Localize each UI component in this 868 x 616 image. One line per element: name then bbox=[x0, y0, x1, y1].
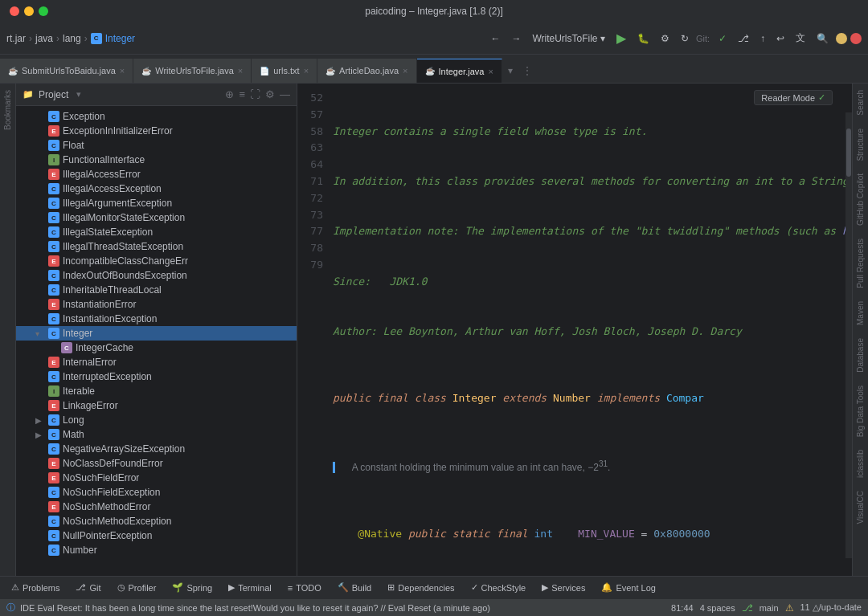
right-panel-iclasslib[interactable]: iclasslib bbox=[854, 443, 867, 484]
bottom-tab-problems[interactable]: ⚠ Problems bbox=[6, 581, 64, 594]
tree-item-nosuchfieldex[interactable]: C NoSuchFieldException bbox=[16, 485, 297, 500]
bottom-tab-eventlog[interactable]: 🔔 Event Log bbox=[596, 581, 661, 594]
reader-mode-btn[interactable]: Reader Mode ✓ bbox=[754, 90, 833, 105]
panel-icon-close[interactable]: — bbox=[280, 88, 290, 100]
tree-item-inheritable[interactable]: C InheritableThreadLocal bbox=[16, 283, 297, 297]
debug-btn[interactable]: 🐛 bbox=[633, 31, 653, 47]
right-panel-structure[interactable]: Structure bbox=[854, 122, 867, 168]
tab-close-2[interactable]: × bbox=[238, 66, 243, 75]
tree-item-illegalthread[interactable]: C IllegalThreadStateException bbox=[16, 239, 297, 254]
git-branch[interactable]: main bbox=[760, 603, 779, 613]
tab-close-3[interactable]: × bbox=[304, 66, 309, 75]
bottom-tab-build[interactable]: 🔨 Build bbox=[333, 581, 376, 594]
run-btn[interactable]: ▶ bbox=[612, 28, 630, 48]
tree-item-indexoutofbounds[interactable]: C IndexOutOfBoundsException bbox=[16, 268, 297, 283]
toolbar-btn-1[interactable]: ⚙ bbox=[657, 31, 674, 47]
tree-item-linkageerror[interactable]: E LinkageError bbox=[16, 398, 297, 413]
minimize-button[interactable] bbox=[24, 6, 34, 16]
tree-item-illegalargument[interactable]: C IllegalArgumentException bbox=[16, 196, 297, 210]
right-panel-search[interactable]: Search bbox=[854, 84, 867, 122]
navigate-forward-btn[interactable]: → bbox=[507, 31, 525, 47]
breadcrumb-lang[interactable]: lang bbox=[63, 33, 81, 44]
bottom-tab-spring[interactable]: 🌱 Spring bbox=[167, 581, 217, 594]
code-content[interactable]: 52 57 58 63 64 71 72 73 77 78 bbox=[297, 84, 852, 576]
indent-style[interactable]: 4 spaces bbox=[700, 603, 735, 613]
breadcrumb-integer[interactable]: Integer bbox=[105, 33, 135, 44]
code-lines[interactable]: Integer contains a single field whose ty… bbox=[330, 84, 852, 576]
tree-item-instantiationerror[interactable]: E InstantiationError bbox=[16, 297, 297, 312]
panel-icon-3[interactable]: ⛶ bbox=[250, 88, 260, 100]
search-btn[interactable]: 🔍 bbox=[813, 31, 833, 47]
panel-icon-2[interactable]: ≡ bbox=[239, 88, 245, 100]
tree-item-iterable[interactable]: I Iterable bbox=[16, 384, 297, 398]
bookmarks-panel-btn[interactable]: Bookmarks bbox=[2, 84, 14, 137]
git-undo-btn[interactable]: ↩ bbox=[772, 31, 788, 47]
bottom-tab-services[interactable]: ▶ Services bbox=[537, 581, 590, 594]
navigate-back-btn[interactable]: ← bbox=[486, 31, 504, 47]
tree-item-illegalstate[interactable]: C IllegalStateException bbox=[16, 225, 297, 239]
tree-item-nullpointer[interactable]: C NullPointerException bbox=[16, 528, 297, 543]
cursor-position[interactable]: 81:44 bbox=[671, 603, 694, 613]
tab-write-urls[interactable]: ☕ WriteUrlsToFile.java × bbox=[133, 59, 252, 83]
breadcrumb-java[interactable]: java bbox=[35, 33, 53, 44]
tree-item-illegalmonitor[interactable]: C IllegalMonitorStateException bbox=[16, 210, 297, 225]
tab-submit-urls[interactable]: ☕ SubmitUrlsToBaidu.java × bbox=[0, 59, 133, 83]
tree-item-exceptioninit[interactable]: E ExceptionInInitializerError bbox=[16, 124, 297, 138]
toolbar-btn-2[interactable]: ↻ bbox=[677, 31, 693, 47]
bottom-tab-checkstyle[interactable]: ✓ CheckStyle bbox=[466, 581, 531, 594]
tab-integer[interactable]: ☕ Integer.java × bbox=[417, 59, 502, 83]
breadcrumb-rtjar[interactable]: rt.jar bbox=[6, 33, 26, 44]
tab-close-4[interactable]: × bbox=[403, 66, 407, 75]
tree-item-negativearraysize[interactable]: C NegativeArraySizeException bbox=[16, 442, 297, 456]
panel-icon-gear[interactable]: ⚙ bbox=[265, 88, 275, 100]
tree-item-exception[interactable]: C Exception bbox=[16, 109, 297, 124]
tree-item-interrupted[interactable]: C InterruptedException bbox=[16, 369, 297, 384]
right-panel-pullrequests[interactable]: Pull Requests bbox=[854, 232, 867, 295]
tree-item-nosuchmethoderr[interactable]: E NoSuchMethodError bbox=[16, 500, 297, 514]
tree-item-long[interactable]: ▶ C Long bbox=[16, 413, 297, 427]
tree-item-illegalaccesserror[interactable]: E IllegalAccessError bbox=[16, 167, 297, 182]
right-panel-visualcc[interactable]: VisualCC bbox=[854, 484, 867, 531]
notification-badge[interactable] bbox=[850, 33, 862, 44]
tree-item-math[interactable]: ▶ C Math bbox=[16, 427, 297, 442]
tree-item-incompatible[interactable]: E IncompatibleClassChangeErr bbox=[16, 254, 297, 268]
maximize-button[interactable] bbox=[39, 6, 48, 16]
tree-item-float[interactable]: C Float bbox=[16, 138, 297, 153]
translate-btn[interactable]: 文 bbox=[792, 29, 809, 47]
bottom-tab-dependencies[interactable]: ⊞ Dependencies bbox=[383, 581, 459, 594]
right-panel-maven[interactable]: Maven bbox=[854, 295, 867, 332]
update-status[interactable]: 11 △/up-to-date bbox=[800, 602, 862, 613]
scrollbar-track[interactable] bbox=[845, 112, 852, 558]
tab-article-dao[interactable]: ☕ ArticleDao.java × bbox=[317, 59, 416, 83]
tree-item-nosuchfield[interactable]: E NoSuchFieldError bbox=[16, 471, 297, 485]
tree-item-integer[interactable]: ▾ C Integer bbox=[16, 326, 297, 341]
git-push-btn[interactable]: ↑ bbox=[756, 31, 769, 47]
tree-item-instantiationexception[interactable]: C InstantiationException bbox=[16, 312, 297, 326]
tree-item-internalerror[interactable]: E InternalError bbox=[16, 355, 297, 369]
tab-urls-txt[interactable]: 📄 urls.txt × bbox=[252, 59, 317, 83]
tab-close-5[interactable]: × bbox=[488, 67, 493, 76]
panel-dropdown-btn[interactable]: ▾ bbox=[76, 89, 81, 100]
tab-overflow-btn[interactable]: ▾ bbox=[504, 59, 517, 83]
right-panel-database[interactable]: Database bbox=[854, 332, 867, 379]
tree-item-functionalinterface[interactable]: I FunctionalInterface bbox=[16, 153, 297, 167]
bottom-tab-git[interactable]: ⎇ Git bbox=[71, 581, 105, 594]
tree-item-integercache[interactable]: C IntegerCache bbox=[16, 341, 297, 355]
profile-avatar[interactable] bbox=[836, 33, 847, 44]
tab-close-1[interactable]: × bbox=[120, 66, 125, 75]
bottom-tab-todo[interactable]: ≡ TODO bbox=[283, 581, 326, 594]
panel-icon-1[interactable]: ⊕ bbox=[225, 88, 234, 100]
tree-item-illegalaccessexception[interactable]: C IllegalAccessException bbox=[16, 182, 297, 196]
tree-item-nosuchmethodex[interactable]: C NoSuchMethodException bbox=[16, 514, 297, 528]
right-panel-copilot[interactable]: GitHub Copilot bbox=[854, 167, 867, 232]
git-branch-btn[interactable]: ⎇ bbox=[734, 31, 753, 47]
tree-item-number[interactable]: C Number bbox=[16, 543, 297, 557]
write-urls-btn[interactable]: WriteUrlsToFile ▾ bbox=[528, 31, 608, 47]
tree-item-noclassdef[interactable]: E NoClassDefFoundError bbox=[16, 456, 297, 471]
close-button[interactable] bbox=[10, 6, 19, 16]
bottom-tab-terminal[interactable]: ▶ Terminal bbox=[223, 581, 276, 594]
git-checkmark[interactable]: ✓ bbox=[714, 31, 731, 47]
tab-menu-btn[interactable]: ⋮ bbox=[518, 59, 536, 83]
bottom-tab-profiler[interactable]: ◷ Profiler bbox=[113, 581, 162, 594]
right-panel-bigdata[interactable]: Big Data Tools bbox=[854, 379, 867, 443]
